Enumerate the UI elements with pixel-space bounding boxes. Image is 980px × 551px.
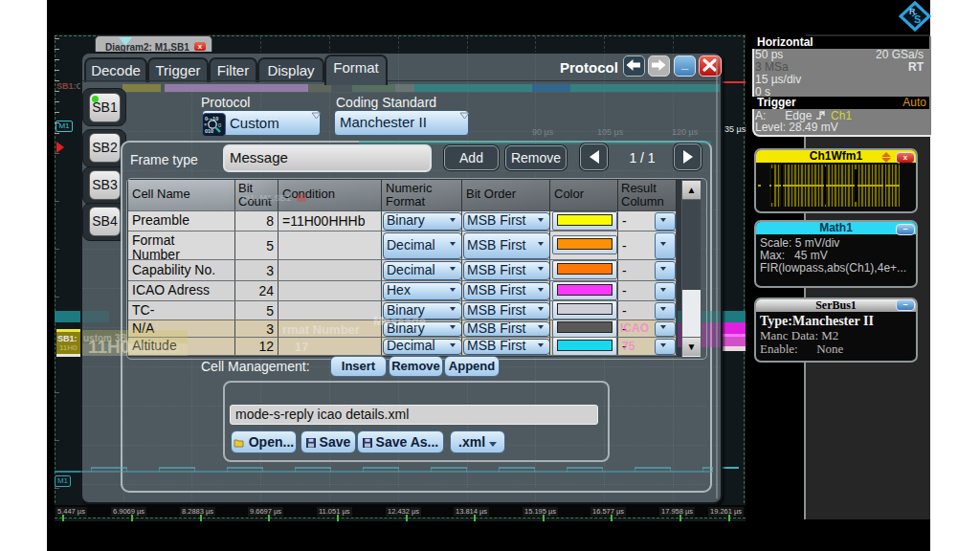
svg-text:010: 010	[205, 128, 213, 134]
svg-text:0: 0	[218, 122, 221, 128]
svg-text:×: ×	[204, 121, 207, 127]
